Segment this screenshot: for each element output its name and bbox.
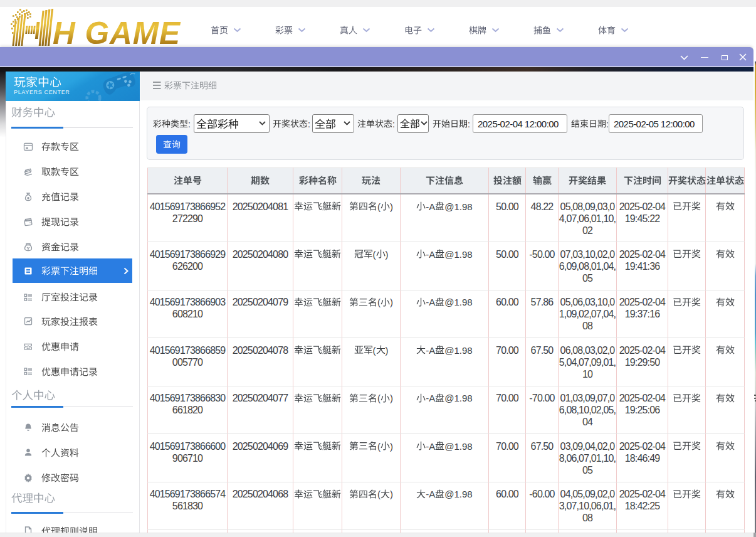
svg-text:H GAME: H GAME bbox=[53, 16, 181, 48]
